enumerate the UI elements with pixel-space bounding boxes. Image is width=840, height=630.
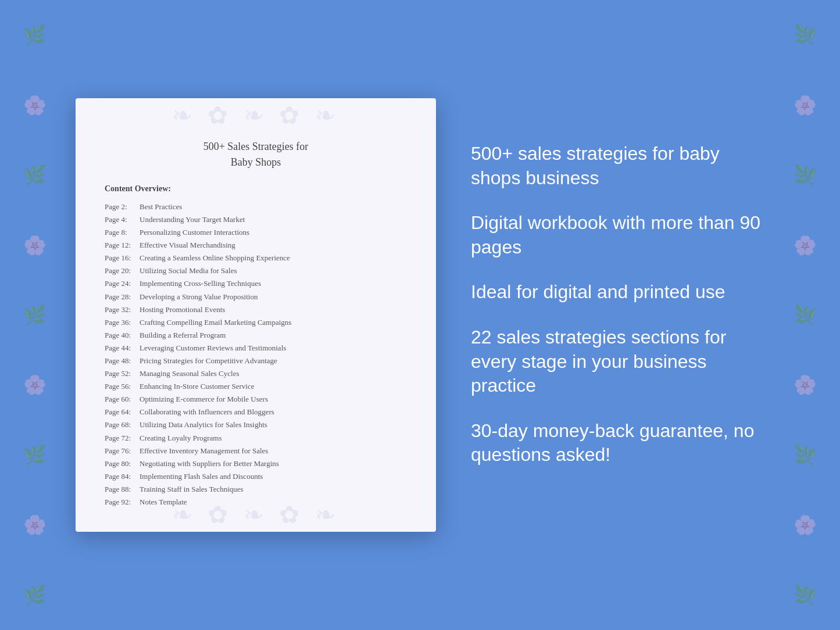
toc-chapter-title: Crafting Compelling Email Marketing Camp… [140, 316, 291, 329]
toc-page-number: Page 12: [105, 239, 140, 252]
toc-chapter-title: Training Staff in Sales Techniques [140, 483, 244, 496]
toc-chapter-title: Effective Inventory Management for Sales [140, 445, 268, 457]
toc-page-number: Page 24: [105, 277, 140, 290]
toc-page-number: Page 84: [105, 470, 140, 483]
toc-chapter-title: Building a Referral Program [140, 329, 226, 342]
document-title: 500+ Sales Strategies for Baby Shops [105, 139, 407, 170]
toc-page-number: Page 16: [105, 252, 140, 264]
toc-page-number: Page 2: [105, 201, 140, 213]
selling-point-1: 500+ sales strategies for baby shops bus… [471, 142, 764, 190]
floral-sprig: 🌿 [23, 586, 47, 604]
toc-page-number: Page 44: [105, 342, 140, 355]
table-of-contents-item: Page 48: Pricing Strategies for Competit… [105, 355, 407, 367]
floral-sprig: 🌿 [793, 26, 817, 44]
toc-page-number: Page 4: [105, 213, 140, 226]
document-mockup: ❧ ✿ ❧ ✿ ❧ 500+ Sales Strategies for Baby… [76, 98, 436, 532]
table-of-contents-item: Page 2: Best Practices [105, 201, 407, 213]
toc-page-number: Page 64: [105, 406, 140, 418]
doc-decorative-top: ❧ ✿ ❧ ✿ ❧ [76, 98, 436, 133]
content-wrapper: ❧ ✿ ❧ ✿ ❧ 500+ Sales Strategies for Baby… [0, 75, 840, 555]
toc-page-number: Page 36: [105, 316, 140, 329]
table-of-contents-item: Page 88: Training Staff in Sales Techniq… [105, 483, 407, 496]
toc-chapter-title: Hosting Promotional Events [140, 303, 225, 316]
table-of-contents-item: Page 80: Negotiating with Suppliers for … [105, 457, 407, 470]
toc-chapter-title: Leveraging Customer Reviews and Testimon… [140, 342, 286, 355]
toc-chapter-title: Collaborating with Influencers and Blogg… [140, 406, 274, 418]
table-of-contents: Page 2: Best PracticesPage 4: Understand… [105, 201, 407, 509]
table-of-contents-item: Page 24: Implementing Cross-Selling Tech… [105, 277, 407, 290]
table-of-contents-item: Page 12: Effective Visual Merchandising [105, 239, 407, 252]
toc-page-number: Page 60: [105, 393, 140, 406]
toc-chapter-title: Enhancing In-Store Customer Service [140, 380, 254, 393]
table-of-contents-item: Page 28: Developing a Strong Value Propo… [105, 291, 407, 303]
toc-chapter-title: Developing a Strong Value Proposition [140, 291, 258, 303]
toc-page-number: Page 56: [105, 380, 140, 393]
toc-page-number: Page 88: [105, 483, 140, 496]
table-of-contents-item: Page 8: Personalizing Customer Interacti… [105, 226, 407, 239]
table-of-contents-item: Page 84: Implementing Flash Sales and Di… [105, 470, 407, 483]
selling-point-4: 22 sales strategies sections for every s… [471, 325, 764, 398]
toc-page-number: Page 8: [105, 226, 140, 239]
table-of-contents-item: Page 64: Collaborating with Influencers … [105, 406, 407, 418]
toc-chapter-title: Creating Loyalty Programs [140, 432, 222, 445]
selling-point-3: Ideal for digital and printed use [471, 280, 764, 305]
toc-chapter-title: Creating a Seamless Online Shopping Expe… [140, 252, 290, 264]
table-of-contents-item: Page 68: Utilizing Data Analytics for Sa… [105, 418, 407, 431]
table-of-contents-item: Page 36: Crafting Compelling Email Marke… [105, 316, 407, 329]
table-of-contents-item: Page 16: Creating a Seamless Online Shop… [105, 252, 407, 264]
toc-chapter-title: Negotiating with Suppliers for Better Ma… [140, 457, 279, 470]
selling-point-5: 30-day money-back guarantee, no question… [471, 419, 764, 467]
toc-chapter-title: Implementing Cross-Selling Techniques [140, 277, 261, 290]
toc-chapter-title: Utilizing Social Media for Sales [140, 264, 237, 277]
toc-chapter-title: Utilizing Data Analytics for Sales Insig… [140, 418, 267, 431]
floral-sprig: 🌿 [793, 586, 817, 604]
table-of-contents-item: Page 44: Leveraging Customer Reviews and… [105, 342, 407, 355]
floral-sprig: 🌿 [23, 26, 47, 44]
toc-page-number: Page 20: [105, 264, 140, 277]
table-of-contents-item: Page 52: Managing Seasonal Sales Cycles [105, 367, 407, 380]
toc-page-number: Page 68: [105, 418, 140, 431]
table-of-contents-item: Page 76: Effective Inventory Management … [105, 445, 407, 457]
table-of-contents-item: Page 40: Building a Referral Program [105, 329, 407, 342]
toc-chapter-title: Optimizing E-commerce for Mobile Users [140, 393, 268, 406]
toc-chapter-title: Best Practices [140, 201, 182, 213]
toc-page-number: Page 40: [105, 329, 140, 342]
toc-chapter-title: Implementing Flash Sales and Discounts [140, 470, 263, 483]
right-panel: 500+ sales strategies for baby shops bus… [471, 142, 764, 488]
table-of-contents-item: Page 60: Optimizing E-commerce for Mobil… [105, 393, 407, 406]
toc-chapter-title: Pricing Strategies for Competitive Advan… [140, 355, 277, 367]
toc-page-number: Page 80: [105, 457, 140, 470]
table-of-contents-item: Page 32: Hosting Promotional Events [105, 303, 407, 316]
toc-page-number: Page 76: [105, 445, 140, 457]
toc-chapter-title: Effective Visual Merchandising [140, 239, 235, 252]
toc-page-number: Page 32: [105, 303, 140, 316]
table-of-contents-item: Page 56: Enhancing In-Store Customer Ser… [105, 380, 407, 393]
content-overview-label: Content Overview: [105, 184, 407, 194]
selling-point-2: Digital workbook with more than 90 pages [471, 211, 764, 259]
table-of-contents-item: Page 20: Utilizing Social Media for Sale… [105, 264, 407, 277]
toc-chapter-title: Managing Seasonal Sales Cycles [140, 367, 240, 380]
table-of-contents-item: Page 72: Creating Loyalty Programs [105, 432, 407, 445]
doc-decorative-bottom: ❧ ✿ ❧ ✿ ❧ [76, 497, 436, 532]
toc-page-number: Page 28: [105, 291, 140, 303]
toc-page-number: Page 72: [105, 432, 140, 445]
toc-page-number: Page 52: [105, 367, 140, 380]
toc-page-number: Page 48: [105, 355, 140, 367]
toc-chapter-title: Understanding Your Target Market [140, 213, 245, 226]
table-of-contents-item: Page 4: Understanding Your Target Market [105, 213, 407, 226]
toc-chapter-title: Personalizing Customer Interactions [140, 226, 249, 239]
